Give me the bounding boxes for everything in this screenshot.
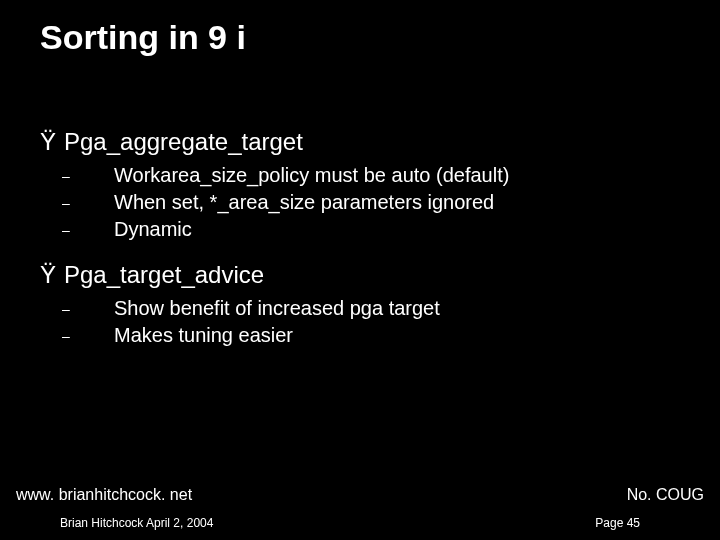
slide-content: ŸPga_aggregate_target –Workarea_size_pol… <box>40 110 680 349</box>
bullet-lvl2: –When set, *_area_size parameters ignore… <box>114 189 680 216</box>
bullet-text: When set, *_area_size parameters ignored <box>114 191 494 213</box>
bullet-text: Pga_aggregate_target <box>64 128 303 155</box>
footer-org: No. COUG <box>627 486 704 504</box>
bullet-text: Makes tuning easier <box>114 324 293 346</box>
bullet-marker: – <box>88 327 114 346</box>
bullet-lvl2: –Makes tuning easier <box>114 322 680 349</box>
slide: Sorting in 9 i ŸPga_aggregate_target –Wo… <box>0 0 720 540</box>
bullet-lvl1: ŸPga_aggregate_target <box>40 128 680 156</box>
bullet-marker: – <box>88 194 114 213</box>
bullet-lvl2: –Workarea_size_policy must be auto (defa… <box>114 162 680 189</box>
bullet-text: Pga_target_advice <box>64 261 264 288</box>
bullet-lvl2: –Dynamic <box>114 216 680 243</box>
slide-title: Sorting in 9 i <box>40 18 246 57</box>
bullet-marker: – <box>88 167 114 186</box>
bullet-lvl1: ŸPga_target_advice <box>40 261 680 289</box>
bullet-text: Workarea_size_policy must be auto (defau… <box>114 164 509 186</box>
footer-page: Page 45 <box>595 516 640 530</box>
bullet-marker: – <box>88 221 114 240</box>
bullet-text: Dynamic <box>114 218 192 240</box>
bullet-marker: Ÿ <box>40 128 64 156</box>
footer-author: Brian Hitchcock April 2, 2004 <box>60 516 213 530</box>
bullet-marker: – <box>88 300 114 319</box>
bullet-lvl2: –Show benefit of increased pga target <box>114 295 680 322</box>
bullet-marker: Ÿ <box>40 261 64 289</box>
bullet-text: Show benefit of increased pga target <box>114 297 440 319</box>
footer-url: www. brianhitchcock. net <box>16 486 192 504</box>
